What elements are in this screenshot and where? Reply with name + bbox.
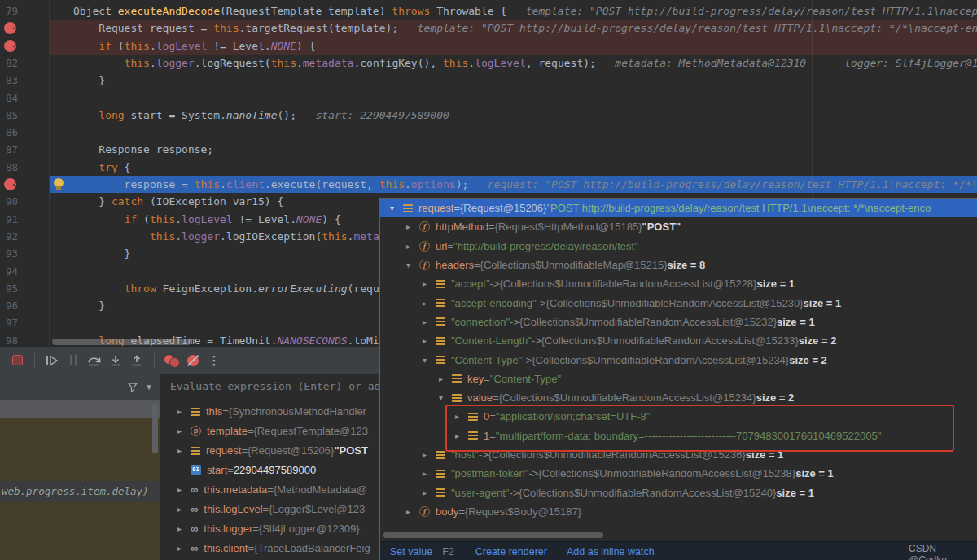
code-token: response = [73,178,195,190]
expand-chevron-icon[interactable]: ▸ [423,279,436,288]
frames-toolbar: ▼ [0,374,160,400]
tree-text: size = 1 [795,467,834,479]
tree-text: = [447,240,453,252]
tree-text: "accept-encoding" [451,297,537,309]
expand-chevron-icon[interactable]: ▸ [177,524,191,533]
add-inline-watch-link[interactable]: Add as inline watch [567,546,655,558]
expand-chevron-icon[interactable]: ▸ [406,242,419,251]
more-options-button[interactable]: ⋮ [205,352,223,370]
tree-text: size = 2 [789,354,827,366]
collapse-chevron-icon[interactable]: ▾ [423,356,436,365]
tree-text: "POST" [642,221,681,233]
frame-row[interactable]: web.progress.item.delay) [0,481,160,502]
step-into-button[interactable] [107,352,125,370]
expand-chevron-icon[interactable]: ▸ [439,374,452,383]
value-icon [452,394,462,402]
mute-breakpoints-button[interactable] [184,352,202,370]
code-text: } catch (IOException var15) { [73,193,283,210]
code-token: ( [112,40,125,52]
line-number: 85 [6,107,18,124]
inline-debug-hint: template: "POST http://build-progress/de… [398,22,977,34]
expand-chevron-icon[interactable]: ▸ [423,450,436,459]
popup-tree-row[interactable]: ▾request = {Request@15206} "POST http://… [380,199,977,217]
expand-chevron-icon[interactable]: ▸ [177,427,191,435]
stop-button[interactable] [8,352,26,370]
code-token: client [226,178,265,190]
expand-chevron-icon[interactable]: ▸ [406,222,419,231]
code-token [73,57,125,69]
pause-button[interactable] [64,352,82,370]
code-token [73,161,99,173]
value-icon [436,488,445,497]
inline-debug-hint: template: "POST http://build-progress/de… [506,5,977,17]
create-renderer-link[interactable]: Create renderer [475,546,547,558]
step-over-button[interactable] [85,352,103,370]
breakpoint-icon[interactable] [4,40,16,52]
code-token: . [468,57,475,69]
field-icon: f [419,221,430,232]
frames-vertical-scrollbar[interactable] [152,403,158,453]
collapse-chevron-icon[interactable]: ▾ [439,393,452,402]
editor-horizontal-scrollbar[interactable] [52,339,191,345]
frame-rows-library[interactable] [0,502,160,560]
breakpoint-icon[interactable] [4,22,16,34]
expand-chevron-icon[interactable]: ▸ [423,469,436,478]
filter-funnel-icon[interactable] [127,381,138,392]
watch-icon: ∞ [191,504,198,514]
popup-tree-row[interactable]: ▸furl = "http://build-progress/delay/rea… [380,237,977,256]
expand-chevron-icon[interactable]: ▸ [177,407,191,416]
code-token: this [150,230,175,243]
popup-tree-row[interactable]: ▸"postman-token" -> {Collections$Unmodif… [380,464,977,483]
code-token: logger [156,57,195,69]
expand-chevron-icon[interactable]: ▸ [423,317,436,326]
popup-horizontal-scrollbar[interactable] [383,532,603,538]
expand-chevron-icon[interactable]: ▸ [177,505,191,514]
code-token: if [125,213,138,225]
popup-tree-row[interactable]: ▸key = "Content-Type" [380,370,977,388]
code-token: throws [392,5,430,17]
expand-chevron-icon[interactable]: ▸ [177,544,191,553]
popup-tree-row[interactable]: ▸"Content-Length" -> {Collections$Unmodi… [380,331,977,350]
line-number: 87 [6,141,18,158]
expand-chevron-icon[interactable]: ▸ [423,299,436,308]
collapse-chevron-icon[interactable]: ▾ [390,203,403,212]
popup-tree-row[interactable]: ▸fbody = {Request$Body@15187} [380,502,977,521]
tree-text: "accept" [451,278,490,290]
code-line: 85 long start = System.nanoTime(); start… [0,107,977,124]
tree-text: = [252,523,259,535]
popup-tree-row[interactable]: ▸"accept-encoding" -> {Collections$Unmod… [380,293,977,312]
step-out-button[interactable] [128,352,146,370]
tree-text: {Request@15206} [248,444,334,457]
frames-list[interactable]: web.progress.item.delay) [0,400,160,560]
code-text: this.logger.logRequest(this.metadata.con… [73,55,977,72]
set-value-link[interactable]: Set value [390,546,432,558]
code-token: Request request = [73,22,213,34]
code-text: } [73,72,105,89]
frame-rows-library[interactable] [0,418,160,481]
intention-bulb-icon[interactable] [54,178,64,187]
popup-tree-row[interactable]: ▸"user-agent" -> {Collections$Unmodifiab… [380,483,977,501]
expand-chevron-icon[interactable]: ▸ [177,446,191,455]
more-icon: ⋮ [208,353,221,368]
collapse-chevron-icon[interactable]: ▾ [406,260,419,269]
popup-tree-row[interactable]: ▸"connection" -> {Collections$Unmodifiab… [380,313,977,331]
resume-button[interactable] [43,352,61,370]
line-number: 95 [6,280,18,297]
expand-chevron-icon[interactable]: ▸ [423,488,436,497]
code-token: options [411,178,456,190]
tree-text: = [488,221,495,233]
code-token: . [296,57,303,69]
popup-tree-row[interactable]: ▸"accept" -> {Collections$UnmodifiableRa… [380,274,977,293]
popup-tree-row[interactable]: ▾"Content-Type" -> {Collections$Unmodifi… [380,350,977,369]
breakpoint-icon[interactable] [4,178,16,190]
expand-chevron-icon[interactable]: ▸ [177,485,191,494]
view-breakpoints-button[interactable] [163,352,181,370]
expand-chevron-icon[interactable]: ▸ [406,507,419,516]
tree-text: "POST http://build-progress/delay/reason… [546,202,931,214]
frame-row-selected[interactable] [0,400,160,418]
code-token: } [73,74,105,86]
popup-tree-row[interactable]: ▾fheaders = {Collections$UnmodifiableMap… [380,256,977,274]
expand-chevron-icon[interactable]: ▸ [423,336,436,345]
popup-tree-row[interactable]: ▸fhttpMethod = {Request$HttpMethod@15185… [380,217,977,236]
chevron-down-icon[interactable]: ▼ [145,383,153,392]
